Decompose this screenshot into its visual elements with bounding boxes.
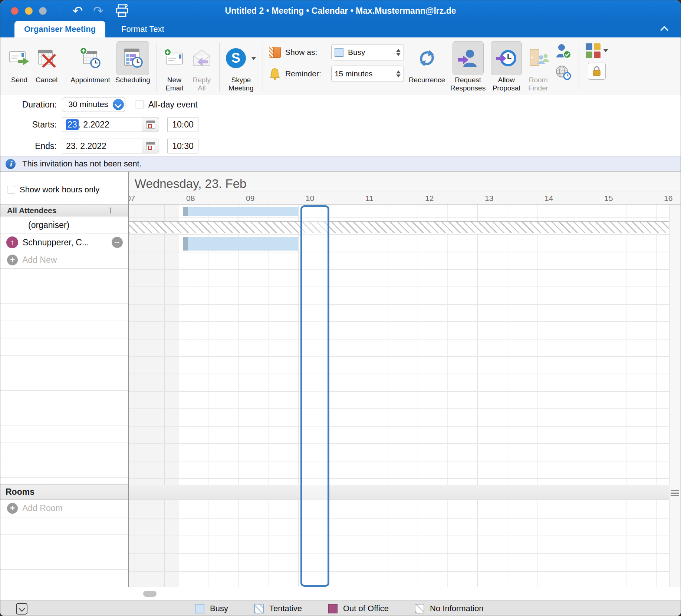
minimize-window-button[interactable] (25, 7, 33, 15)
tab-format-text[interactable]: Format Text (112, 21, 174, 37)
required-attendee-icon: ↑ (6, 236, 18, 248)
recurrence-button[interactable]: Recurrence (409, 41, 445, 84)
room-finder-icon (527, 41, 549, 75)
attendee-row-organiser[interactable]: (organiser) (0, 216, 129, 234)
send-button[interactable]: Send (8, 41, 30, 84)
calendar-icon (146, 142, 155, 150)
new-email-button[interactable]: New Email (163, 41, 185, 92)
outlook-meeting-window: ↶ ↷ Untitled 2 • Meeting • Calendar • Ma… (0, 0, 681, 616)
appointment-button[interactable]: Appointment (70, 41, 110, 84)
hour-label-strip: 07080910111213141516 (129, 192, 681, 204)
time-zones-icon[interactable] (555, 65, 572, 82)
attendee-status-icon[interactable] (555, 43, 572, 60)
new-email-icon (163, 41, 185, 75)
starts-label: Starts: (0, 120, 57, 130)
titlebar-separator (59, 6, 59, 16)
attendee-panel: Show work hours only All Attendees (orga… (0, 172, 129, 587)
attendee-row[interactable]: ↑ Schnupperer, C... ••• (0, 234, 129, 251)
add-new-attendee-row[interactable]: + Add New (0, 251, 129, 269)
room-finder-button[interactable]: Room Finder (527, 41, 549, 92)
hour-label: 10 (306, 194, 314, 203)
ends-label: Ends: (0, 141, 57, 151)
show-as-dropdown[interactable]: Busy (331, 44, 404, 60)
ribbon-separator (263, 43, 263, 92)
scheduling-button[interactable]: Scheduling (115, 41, 150, 84)
ends-time-field[interactable]: 10:30 (167, 139, 198, 153)
print-icon[interactable] (114, 4, 130, 20)
busy-bar (183, 237, 298, 251)
show-as-icon (269, 47, 281, 58)
ribbon-small-icons (555, 43, 572, 82)
meeting-time-form: Duration: 30 minutes All-day event Start… (0, 95, 681, 156)
legend-label: Tentative (269, 604, 302, 613)
legend-item: No Information (415, 604, 483, 613)
reply-all-button[interactable]: Reply All (191, 41, 213, 92)
appointment-icon (79, 41, 102, 75)
expand-panel-icon[interactable] (16, 603, 27, 615)
all-day-event-label: All-day event (148, 100, 198, 110)
day-header: Wednesday, 23. Feb (129, 172, 681, 192)
empty-attendee-rows (0, 269, 129, 484)
attendee-options-icon[interactable]: ••• (112, 237, 123, 248)
legend-label: Busy (210, 604, 228, 613)
collapse-ribbon-icon[interactable] (661, 26, 668, 32)
ends-date-field[interactable]: 23. 2.2022 (62, 139, 142, 153)
show-work-hours-checkbox[interactable] (7, 186, 15, 194)
starts-date-field[interactable]: 23. 2.2022 (62, 117, 142, 132)
no-information-bar (129, 221, 670, 233)
recurrence-icon (416, 41, 438, 75)
column-resize-handle[interactable] (110, 208, 111, 213)
allow-proposal-icon (491, 41, 522, 75)
all-day-event-checkbox[interactable] (135, 100, 144, 109)
noinfo-swatch-icon (415, 604, 424, 613)
zoom-window-button[interactable] (39, 7, 47, 15)
request-responses-button[interactable]: Request Responses (450, 41, 486, 92)
scheduling-icon (116, 41, 149, 75)
reminder-bell-icon (269, 67, 281, 80)
allow-proposal-button[interactable]: Allow Proposal (491, 41, 522, 92)
ribbon: Send Cancel (0, 37, 681, 95)
oof-swatch-icon (328, 604, 338, 613)
invitation-info-bar: i This invitation has not been sent. (0, 156, 681, 172)
starts-time-field[interactable]: 10:00 (167, 117, 198, 132)
tab-organiser-meeting[interactable]: Organiser Meeting (14, 21, 105, 37)
hour-label: 09 (246, 194, 254, 203)
ribbon-separator (157, 43, 157, 92)
reminder-dropdown[interactable]: 15 minutes (331, 66, 404, 82)
show-work-hours-label: Show work hours only (20, 185, 99, 195)
hour-label: 16 (664, 194, 672, 203)
skype-meeting-button[interactable]: S Skype Meeting (226, 41, 256, 92)
redo-icon[interactable]: ↷ (90, 3, 106, 18)
free-busy-grid[interactable] (129, 204, 681, 587)
legend-label: No Information (430, 604, 483, 613)
free-busy-legend: BusyTentativeOut of OfficeNo Information (195, 600, 483, 616)
add-icon: + (7, 255, 18, 265)
categorize-button[interactable] (586, 43, 608, 58)
rooms-header: Rooms (0, 484, 129, 500)
duration-dropdown[interactable]: 30 minutes (62, 97, 125, 112)
ribbon-separator (579, 43, 579, 92)
legend-bar: BusyTentativeOut of OfficeNo Information (0, 600, 681, 616)
hour-label: 11 (365, 194, 374, 203)
selected-time-slot[interactable] (300, 205, 329, 587)
hour-label: 13 (485, 194, 493, 203)
starts-date-picker-button[interactable] (142, 117, 159, 132)
rooms-grip-icon[interactable] (671, 490, 679, 491)
busy-swatch-icon (195, 604, 204, 613)
panel-divider[interactable] (128, 172, 129, 587)
all-attendees-header: All Attendees (0, 204, 129, 216)
add-room-row[interactable]: + Add Room (0, 500, 129, 517)
stepper-icon[interactable] (396, 49, 401, 56)
cancel-button[interactable]: Cancel (36, 41, 57, 84)
horizontal-scrollbar[interactable] (143, 591, 157, 597)
dropdown-caret-icon (251, 57, 256, 60)
busy-swatch-icon (335, 48, 343, 57)
ribbon-right-icons (586, 43, 608, 80)
undo-icon[interactable]: ↶ (69, 3, 86, 18)
show-as-reminder-group: Show as: Busy Reminder: 15 minutes (269, 44, 404, 82)
close-window-button[interactable] (11, 7, 19, 15)
ends-date-picker-button[interactable] (142, 139, 159, 153)
hour-label: 08 (186, 194, 195, 203)
private-button[interactable] (588, 63, 606, 80)
stepper-icon[interactable] (396, 70, 401, 77)
